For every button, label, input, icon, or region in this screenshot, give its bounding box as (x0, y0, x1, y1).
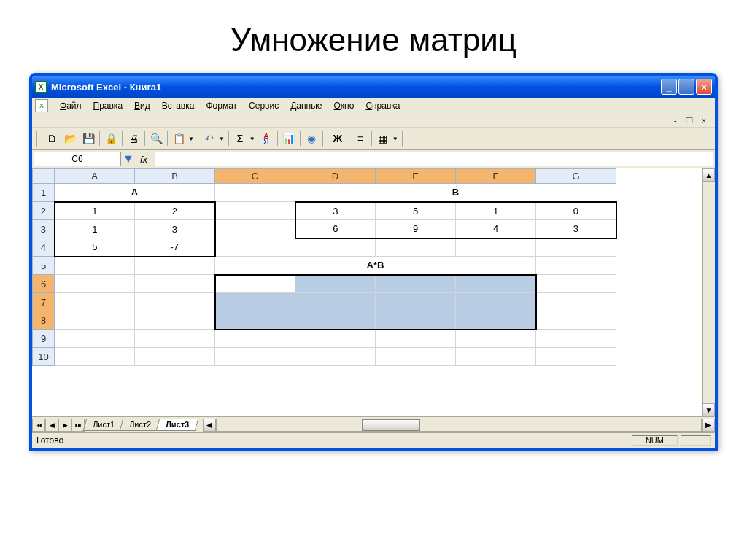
cell[interactable] (215, 184, 295, 202)
undo-icon[interactable]: ↶ (201, 130, 218, 147)
cell[interactable]: A*B (215, 257, 536, 275)
cell[interactable] (135, 311, 215, 330)
cell[interactable]: B (295, 184, 616, 202)
cell[interactable] (456, 348, 536, 366)
scroll-left-icon[interactable]: ◀ (203, 419, 216, 432)
row-header-3[interactable]: 3 (33, 220, 55, 238)
col-header-G[interactable]: G (536, 169, 616, 184)
cell[interactable]: 1 (55, 220, 135, 238)
cell[interactable] (536, 330, 616, 348)
tab-next-icon[interactable]: ▶ (58, 419, 71, 432)
maximize-button[interactable]: □ (678, 79, 694, 95)
cell[interactable] (456, 293, 536, 311)
menu-format[interactable]: Формат (200, 99, 243, 112)
tab-prev-icon[interactable]: ◀ (45, 419, 58, 432)
col-header-B[interactable]: B (135, 169, 215, 184)
save-icon[interactable]: 💾 (80, 130, 97, 147)
toolbar-handle-icon[interactable] (402, 131, 406, 147)
name-box-dropdown-icon[interactable]: ▼ (123, 152, 134, 166)
menu-edit[interactable]: Правка (88, 99, 129, 112)
align-center-icon[interactable]: ≡ (352, 130, 369, 147)
menu-help[interactable]: Справка (360, 99, 406, 112)
menu-view[interactable]: Вид (128, 99, 156, 112)
cell[interactable] (295, 293, 376, 311)
cell[interactable] (536, 348, 616, 366)
cell[interactable]: 3 (536, 220, 616, 238)
tab-first-icon[interactable]: ⏮ (32, 419, 45, 432)
help-icon[interactable]: ◉ (303, 130, 320, 147)
cell[interactable] (135, 293, 215, 311)
open-icon[interactable]: 📂 (61, 130, 79, 147)
cell[interactable] (376, 293, 456, 311)
paste-icon[interactable]: 📋 (170, 130, 187, 147)
sheet-tab-2[interactable]: Лист2 (120, 419, 161, 431)
dropdown-arrow-icon[interactable]: ▼ (217, 136, 226, 142)
row-header-10[interactable]: 10 (33, 348, 55, 366)
select-all-corner[interactable] (33, 169, 55, 184)
cell[interactable] (215, 348, 295, 366)
scroll-right-icon[interactable]: ▶ (702, 419, 715, 432)
menu-window[interactable]: Окно (328, 99, 360, 112)
cell[interactable]: 5 (55, 238, 135, 257)
cell[interactable] (215, 311, 295, 330)
borders-icon[interactable]: ▦ (374, 130, 392, 147)
cell[interactable] (55, 330, 135, 348)
cell[interactable] (135, 275, 215, 293)
scroll-thumb[interactable] (362, 419, 420, 431)
row-header-1[interactable]: 1 (33, 184, 55, 202)
cell[interactable] (215, 238, 295, 257)
row-header-5[interactable]: 5 (33, 257, 55, 275)
cell[interactable] (456, 275, 536, 293)
cell-C6[interactable] (215, 275, 295, 293)
cell[interactable] (536, 238, 616, 257)
name-box[interactable]: C6 (34, 152, 121, 166)
minimize-button[interactable]: _ (661, 79, 677, 95)
dropdown-arrow-icon[interactable]: ▼ (187, 136, 196, 142)
doc-close-button[interactable]: × (699, 116, 709, 125)
col-header-A[interactable]: A (55, 169, 135, 184)
vertical-scrollbar[interactable]: ▲ ▼ (702, 168, 715, 416)
row-header-9[interactable]: 9 (33, 330, 55, 348)
col-header-C[interactable]: C (215, 169, 295, 184)
cell[interactable] (376, 238, 456, 257)
permission-icon[interactable]: 🔒 (102, 130, 120, 147)
col-header-D[interactable]: D (295, 169, 376, 184)
row-header-6[interactable]: 6 (33, 275, 55, 293)
cell[interactable]: 3 (135, 220, 215, 238)
scroll-track[interactable] (703, 182, 715, 403)
cell[interactable] (536, 275, 616, 293)
toolbar-handle-icon[interactable] (36, 131, 41, 147)
cell[interactable] (215, 202, 295, 220)
close-button[interactable]: × (696, 79, 712, 95)
cell[interactable] (456, 330, 536, 348)
cell[interactable] (55, 348, 135, 366)
cell[interactable]: 9 (376, 220, 456, 238)
cell[interactable] (215, 220, 295, 238)
cell[interactable] (215, 293, 295, 311)
dropdown-arrow-icon[interactable]: ▼ (391, 136, 400, 142)
cell[interactable]: 1 (456, 202, 536, 220)
print-icon[interactable]: 🖨 (125, 130, 142, 147)
row-header-8[interactable]: 8 (33, 311, 55, 330)
cell[interactable] (55, 311, 135, 330)
excel-icon[interactable]: X (35, 99, 48, 112)
cell[interactable]: A (55, 184, 215, 202)
sort-icon[interactable]: АЯ (258, 130, 275, 147)
sheet-tab-3[interactable]: Лист3 (156, 419, 199, 431)
cell[interactable] (135, 348, 215, 366)
fx-button[interactable]: fx (134, 154, 153, 165)
cell[interactable]: 1 (55, 202, 135, 220)
menu-file[interactable]: Файл (54, 99, 88, 112)
cell[interactable] (295, 275, 376, 293)
cell[interactable] (376, 330, 456, 348)
cell[interactable] (295, 311, 376, 330)
row-header-4[interactable]: 4 (33, 238, 55, 257)
chart-icon[interactable]: 📊 (280, 130, 298, 147)
cell[interactable] (135, 257, 215, 275)
cell[interactable] (536, 311, 616, 330)
cell[interactable] (55, 293, 135, 311)
col-header-F[interactable]: F (456, 169, 536, 184)
scroll-up-icon[interactable]: ▲ (703, 168, 715, 182)
doc-minimize-button[interactable]: - (671, 116, 680, 125)
titlebar[interactable]: X Microsoft Excel - Книга1 _ □ × (32, 76, 715, 98)
